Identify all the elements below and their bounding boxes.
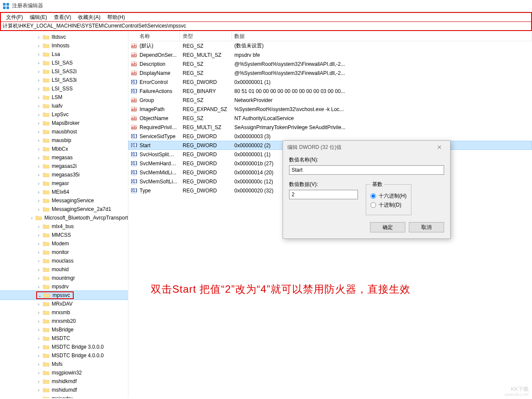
tree-item-mapsbroker[interactable]: ›MapsBroker xyxy=(0,119,128,127)
tree-item-lsi_sss[interactable]: ›LSI_SSS xyxy=(0,84,128,93)
tree-item-lsm[interactable]: ›LSM xyxy=(0,93,128,102)
chevron-right-icon[interactable]: › xyxy=(36,104,41,108)
chevron-right-icon[interactable]: › xyxy=(36,371,41,375)
menu-favorites[interactable]: 收藏夹(A) xyxy=(75,13,104,22)
tree-item-msgpiowin32[interactable]: ›msgpiowin32 xyxy=(0,368,128,377)
chevron-right-icon[interactable]: › xyxy=(36,336,41,341)
tree-item-mpssvc[interactable]: ⌄mpssvc xyxy=(0,291,128,300)
value-row[interactable]: abRequiredPrivile...REG_MULTI_SZSeAssign… xyxy=(128,123,532,132)
chevron-right-icon[interactable]: › xyxy=(36,267,41,272)
tree-item-megasas35i[interactable]: ›megasas35i xyxy=(0,170,128,179)
tree-item-mrxdav[interactable]: ›MRxDAV xyxy=(0,300,128,308)
tree-item-messagingservice_2a7d1[interactable]: ›MessagingService_2a7d1 xyxy=(0,205,128,213)
tree-item-mountmgr[interactable]: ›mountmgr xyxy=(0,274,128,282)
value-row[interactable]: abDescriptionREG_SZ@%SystemRoot%\system3… xyxy=(128,59,532,68)
chevron-right-icon[interactable]: › xyxy=(36,345,41,350)
chevron-right-icon[interactable]: › xyxy=(36,78,41,83)
chevron-right-icon[interactable]: › xyxy=(36,379,41,384)
tree-item-megasas[interactable]: ›megasas xyxy=(0,153,128,162)
tree-item-lltdsvc[interactable]: ›lltdsvc xyxy=(0,33,128,41)
chevron-right-icon[interactable]: › xyxy=(36,138,41,143)
chevron-right-icon[interactable]: › xyxy=(36,319,41,324)
value-data-input[interactable] xyxy=(289,190,358,199)
chevron-right-icon[interactable]: › xyxy=(36,95,41,100)
chevron-right-icon[interactable]: › xyxy=(36,112,41,117)
tree-item-lxpsvc[interactable]: ›LxpSvc xyxy=(0,110,128,119)
tree-item-mouhid[interactable]: ›mouhid xyxy=(0,265,128,274)
menu-file[interactable]: 文件(F) xyxy=(3,13,26,22)
value-row[interactable]: abObjectNameREG_SZNT Authority\LocalServ… xyxy=(128,114,532,123)
tree-item-meix64[interactable]: ›MEIx64 xyxy=(0,188,128,196)
tree-item-mbbcx[interactable]: ›MbbCx xyxy=(0,145,128,153)
value-row[interactable]: abDependOnSer...REG_MULTI_SZmpsdrv bfe xyxy=(128,50,532,59)
value-row[interactable]: 011FailureActionsREG_BINARY80 51 01 00 0… xyxy=(128,87,532,96)
tree-item-megasas2i[interactable]: ›megasas2i xyxy=(0,162,128,170)
chevron-right-icon[interactable]: › xyxy=(36,285,41,289)
tree-item-msbridge[interactable]: ›MsBridge xyxy=(0,325,128,334)
tree-panel[interactable]: ›lltdsvc›lmhosts›Lsa›LSI_SAS›LSI_SAS2i›L… xyxy=(0,32,128,398)
cancel-button[interactable]: 取消 xyxy=(409,222,444,232)
chevron-right-icon[interactable]: › xyxy=(36,362,41,367)
dialog-titlebar[interactable]: 编辑 DWORD (32 位)值 xyxy=(283,141,450,154)
ok-button[interactable]: 确定 xyxy=(370,222,405,232)
value-row[interactable]: abDisplayNameREG_SZ@%SystemRoot%\system3… xyxy=(128,68,532,77)
tree-item-msisadrv[interactable]: ›msisadrv xyxy=(0,394,128,398)
chevron-right-icon[interactable]: › xyxy=(36,147,41,152)
tree-item-mrxsmb[interactable]: ›mrxsmb xyxy=(0,308,128,317)
chevron-right-icon[interactable]: › xyxy=(30,216,34,220)
chevron-right-icon[interactable]: › xyxy=(36,130,41,134)
chevron-right-icon[interactable]: › xyxy=(36,396,41,399)
path-input[interactable] xyxy=(3,23,529,29)
col-header-type[interactable]: 类型 xyxy=(180,32,232,41)
chevron-right-icon[interactable]: › xyxy=(36,353,41,358)
dialog-close-button[interactable] xyxy=(433,142,446,152)
chevron-right-icon[interactable]: › xyxy=(36,207,41,212)
chevron-right-icon[interactable]: › xyxy=(36,198,41,203)
value-row[interactable]: ab(默认)REG_SZ(数值未设置) xyxy=(128,41,532,50)
value-row[interactable]: 011ErrorControlREG_DWORD0x00000001 (1) xyxy=(128,77,532,87)
col-header-name[interactable]: 名称 xyxy=(128,32,180,41)
chevron-right-icon[interactable]: › xyxy=(36,164,41,169)
chevron-right-icon[interactable]: › xyxy=(36,155,41,160)
tree-item-mausbhost[interactable]: ›mausbhost xyxy=(0,127,128,136)
tree-item-microsoft_bluetooth_avrcptransport[interactable]: ›Microsoft_Bluetooth_AvrcpTransport xyxy=(0,213,128,222)
value-row[interactable]: 011ServiceSidTypeREG_DWORD0x00000003 (3) xyxy=(128,132,532,141)
chevron-right-icon[interactable]: › xyxy=(36,224,41,229)
radio-dec[interactable] xyxy=(370,202,376,208)
tree-item-modem[interactable]: ›Modem xyxy=(0,239,128,248)
tree-item-megasr[interactable]: ›megasr xyxy=(0,179,128,188)
chevron-right-icon[interactable]: › xyxy=(36,250,41,255)
tree-item-lsi_sas2i[interactable]: ›LSI_SAS2i xyxy=(0,67,128,76)
chevron-right-icon[interactable]: › xyxy=(36,233,41,238)
tree-item-lsa[interactable]: ›Lsa xyxy=(0,50,128,59)
value-name-input[interactable] xyxy=(289,165,444,175)
menu-view[interactable]: 查看(V) xyxy=(50,13,75,22)
tree-item-lsi_sas[interactable]: ›LSI_SAS xyxy=(0,59,128,67)
col-header-data[interactable]: 数据 xyxy=(232,32,532,41)
tree-item-msdtc bridge 4.0.0.0[interactable]: ›MSDTC Bridge 4.0.0.0 xyxy=(0,351,128,360)
tree-item-msfs[interactable]: ›Msfs xyxy=(0,360,128,368)
chevron-right-icon[interactable]: › xyxy=(36,35,41,40)
tree-item-msdtc[interactable]: ›MSDTC xyxy=(0,334,128,343)
chevron-right-icon[interactable]: › xyxy=(36,328,41,332)
value-row[interactable]: abGroupREG_SZNetworkProvider xyxy=(128,96,532,105)
chevron-right-icon[interactable]: › xyxy=(36,121,41,126)
tree-item-messagingservice[interactable]: ›MessagingService xyxy=(0,196,128,205)
tree-item-mpsdrv[interactable]: ›mpsdrv xyxy=(0,282,128,291)
chevron-right-icon[interactable]: › xyxy=(36,302,41,306)
chevron-right-icon[interactable]: › xyxy=(36,61,41,65)
chevron-right-icon[interactable]: › xyxy=(36,259,41,263)
tree-item-mausbip[interactable]: ›mausbip xyxy=(0,136,128,145)
chevron-right-icon[interactable]: › xyxy=(36,52,41,57)
tree-item-luafv[interactable]: ›luafv xyxy=(0,102,128,110)
chevron-right-icon[interactable]: › xyxy=(36,43,41,48)
chevron-right-icon[interactable]: › xyxy=(36,190,41,195)
chevron-right-icon[interactable]: › xyxy=(36,87,41,91)
tree-item-lsi_sas3i[interactable]: ›LSI_SAS3i xyxy=(0,76,128,84)
chevron-right-icon[interactable]: › xyxy=(36,276,41,281)
radio-hex[interactable] xyxy=(370,193,376,199)
chevron-right-icon[interactable]: › xyxy=(36,388,41,393)
menu-help[interactable]: 帮助(H) xyxy=(104,13,128,22)
tree-item-mlx4_bus[interactable]: ›mlx4_bus xyxy=(0,222,128,231)
chevron-right-icon[interactable]: › xyxy=(36,310,41,315)
